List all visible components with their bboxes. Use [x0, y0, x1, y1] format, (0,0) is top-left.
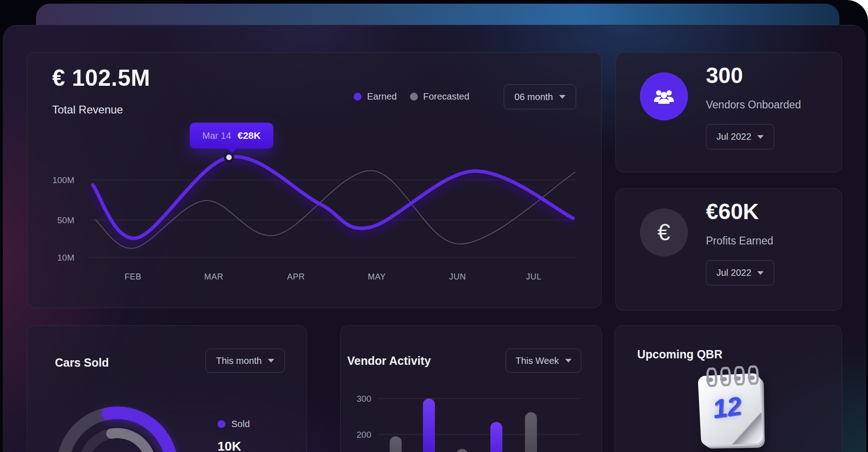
calendar-ring-icon: [706, 367, 717, 387]
vendor-activity-title: Vendor Activity: [347, 354, 431, 368]
revenue-legend: Earned Forecasted: [354, 91, 470, 102]
cars-sold-title: Cars Sold: [55, 356, 109, 369]
chevron-down-icon: [559, 95, 566, 99]
profits-month-dropdown[interactable]: Jul 2022: [706, 260, 774, 285]
revenue-range-dropdown[interactable]: 06 month: [504, 84, 576, 109]
forecasted-dot-icon: [410, 93, 418, 101]
profits-label: Profits Earned: [706, 235, 773, 247]
chevron-down-icon: [268, 359, 274, 363]
chevron-down-icon: [757, 271, 764, 275]
svg-text:10M: 10M: [57, 253, 74, 262]
sold-legend-label: Sold: [231, 419, 250, 429]
vendor-activity-card: 300200 Vendor Activity This Week: [340, 325, 602, 452]
cars-range-dropdown[interactable]: This month: [205, 349, 285, 373]
earned-dot-icon: [354, 93, 362, 101]
revenue-range-value: 06 month: [514, 92, 553, 102]
cars-donut-chart: [27, 326, 307, 452]
svg-text:JUN: JUN: [449, 272, 466, 281]
profits-icon-circle: €: [640, 208, 688, 256]
legend-earned-label: Earned: [367, 91, 397, 102]
cars-sold-card: Cars Sold This month Sold 10K: [27, 325, 307, 452]
sold-value: 10K: [217, 439, 241, 452]
profits-value: €60K: [706, 199, 759, 224]
profits-earned-card: € €60K Profits Earned Jul 2022: [615, 188, 842, 311]
svg-text:APR: APR: [287, 272, 305, 281]
euro-icon: €: [657, 219, 670, 246]
vendors-onboarded-card: 300 Vendors Onboarded Jul 2022: [615, 52, 842, 172]
svg-text:JUL: JUL: [526, 272, 542, 281]
vendors-label: Vendors Onboarded: [706, 99, 801, 111]
cars-range-value: This month: [216, 356, 262, 366]
svg-text:MAY: MAY: [368, 272, 386, 281]
profits-month-value: Jul 2022: [717, 268, 752, 278]
vendors-month-value: Jul 2022: [717, 131, 752, 142]
sold-dot-icon: [217, 420, 225, 428]
calendar-icon: 12: [698, 373, 763, 446]
calendar-ring-icon: [747, 365, 759, 385]
chevron-down-icon: [757, 135, 764, 139]
calendar-ring-icon: [720, 367, 731, 387]
calendar-ring-icon: [734, 366, 745, 386]
calendar-page-curl: [727, 412, 763, 445]
sold-legend[interactable]: Sold: [217, 419, 250, 429]
revenue-amount: € 102.5M: [52, 65, 150, 91]
activity-range-value: This Week: [515, 356, 559, 366]
vendors-value: 300: [706, 63, 743, 88]
svg-text:MAR: MAR: [204, 272, 223, 281]
dashboard-root: 100M50M10MFEBMARAPRMAYJUNJUL € 102.5M To…: [0, 0, 868, 452]
svg-text:50M: 50M: [57, 215, 74, 225]
legend-forecasted-label: Forecasted: [423, 91, 470, 102]
vendor-activity-bar-chart: 300200: [341, 326, 602, 452]
svg-text:200: 200: [356, 430, 371, 440]
legend-forecasted[interactable]: Forecasted: [410, 91, 470, 102]
total-revenue-card: 100M50M10MFEBMARAPRMAYJUNJUL € 102.5M To…: [27, 52, 602, 308]
svg-text:300: 300: [356, 394, 371, 404]
people-icon: [652, 85, 675, 108]
chevron-down-icon: [565, 359, 572, 363]
qbr-title: Upcoming QBR: [637, 348, 723, 361]
svg-text:100M: 100M: [52, 175, 74, 185]
revenue-label: Total Revenue: [52, 103, 123, 116]
legend-earned[interactable]: Earned: [354, 91, 397, 102]
vendors-month-dropdown[interactable]: Jul 2022: [706, 124, 774, 149]
upcoming-qbr-card: Upcoming QBR 12: [615, 325, 842, 452]
vendors-icon-circle: [640, 72, 688, 120]
activity-range-dropdown[interactable]: This Week: [506, 349, 581, 373]
svg-text:FEB: FEB: [125, 272, 142, 281]
